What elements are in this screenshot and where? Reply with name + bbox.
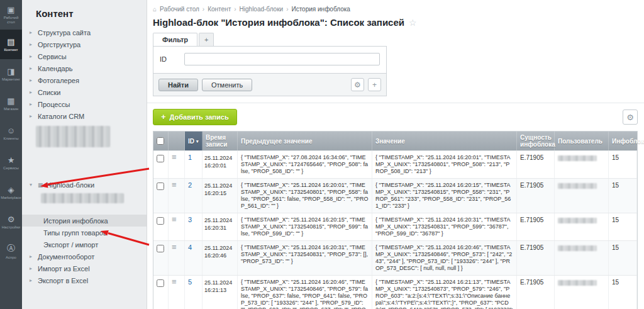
sidebar-item[interactable]: ▸Процессы xyxy=(22,98,147,110)
grid-settings-gear-icon[interactable]: ⚙ xyxy=(623,110,638,125)
sidebar-item[interactable]: ▸Каталоги CRM xyxy=(22,110,147,122)
find-button[interactable]: Найти xyxy=(158,79,198,91)
sidebar-item[interactable]: Экспорт / импорт xyxy=(22,239,147,250)
add-filter-tab[interactable]: + xyxy=(199,33,214,46)
sidebar-item[interactable]: ▸Импорт из Excel xyxy=(22,262,147,274)
sidebar-item[interactable]: Типы групп товаров xyxy=(22,227,147,239)
rail-item-settings[interactable]: ⚙Настройки xyxy=(0,207,22,237)
row-prev-value-cell: { "TIMESTAMP_X": "25.11.2024 16:20:46", … xyxy=(238,276,372,309)
records-table: ID ▾ Время записи Предыдущее значение Зн… xyxy=(153,131,638,309)
table-row: ≡125.11.202416:20:01{ "TIMESTAMP_X": "27… xyxy=(153,150,637,178)
sidebar-item[interactable]: ▸Фотогалерея xyxy=(22,74,147,86)
sidebar-item-label: Типы групп товаров xyxy=(43,229,107,237)
table-row: ≡425.11.202416:20:46{ "TIMESTAMP_X": "25… xyxy=(153,240,637,275)
rail-item-marketing[interactable]: ◨Маркетинг xyxy=(0,59,22,89)
header-value[interactable]: Значение xyxy=(372,132,517,150)
row-checkbox[interactable] xyxy=(157,217,164,225)
blurred-username xyxy=(558,218,597,223)
rail-item-aspro[interactable]: ⒶАспро xyxy=(0,237,22,266)
breadcrumb-item[interactable]: Контент xyxy=(208,6,231,13)
breadcrumb-item[interactable]: История инфоблока xyxy=(291,6,350,13)
rail-item-marketplace[interactable]: ◈Marketplace xyxy=(0,177,22,207)
filter-add-field-icon[interactable]: + xyxy=(368,78,381,91)
header-infoblock[interactable]: Инфоблок xyxy=(609,132,644,150)
record-id-link[interactable]: 3 xyxy=(188,216,192,223)
header-id[interactable]: ID ▾ xyxy=(185,132,203,150)
header-prev-value[interactable]: Предыдущее значение xyxy=(238,132,372,150)
row-id-cell: 2 xyxy=(185,179,203,213)
sidebar-item[interactable]: ▸Оргструктура xyxy=(22,38,147,50)
filter-settings-gear-icon[interactable]: ⚙ xyxy=(351,78,364,91)
row-prev-value-cell: { "TIMESTAMP_X": "25.11.2024 16:20:31", … xyxy=(238,241,372,275)
cancel-button[interactable]: Отменить xyxy=(202,79,252,91)
select-all-checkbox[interactable] xyxy=(157,137,164,145)
chevron-right-icon: ▸ xyxy=(30,278,35,283)
row-menu-icon[interactable]: ≡ xyxy=(169,213,185,240)
table-row: ≡525.11.202416:21:13{ "TIMESTAMP_X": "25… xyxy=(153,275,637,309)
row-checkbox[interactable] xyxy=(157,183,164,190)
sidebar-item-label: Экспорт / импорт xyxy=(43,241,98,249)
row-checkbox[interactable] xyxy=(157,155,164,162)
record-id-link[interactable]: 2 xyxy=(188,181,192,189)
row-checkbox[interactable] xyxy=(157,245,164,252)
chevron-right-icon: ▸ xyxy=(30,254,35,259)
row-menu-icon[interactable]: ≡ xyxy=(169,241,185,275)
blurred-username xyxy=(558,155,597,161)
filter-id-input[interactable] xyxy=(184,53,380,65)
row-menu-icon[interactable]: ≡ xyxy=(169,179,185,213)
row-menu-icon[interactable]: ≡ xyxy=(169,151,185,178)
sidebar-item-label: Календарь xyxy=(38,65,73,72)
header-user[interactable]: Пользователь xyxy=(555,132,609,150)
rail-item-services[interactable]: ★Сервисы xyxy=(0,148,22,177)
table-body: ≡125.11.202416:20:01{ "TIMESTAMP_X": "27… xyxy=(153,150,637,309)
main-area: ⌂Рабочий стол›Контент›Highload-блоки›Ист… xyxy=(147,0,644,309)
record-date: 25.11.2024 xyxy=(204,244,234,252)
breadcrumb-item[interactable]: Highload-блоки xyxy=(240,6,284,13)
favorite-star-icon[interactable]: ☆ xyxy=(409,18,417,28)
record-time: 16:20:15 xyxy=(204,189,234,197)
settings-icon: ⚙ xyxy=(8,215,15,224)
header-menu-cell xyxy=(169,132,185,150)
rail-item-desktop[interactable]: ▣Рабочий стол xyxy=(0,0,22,30)
sidebar-item[interactable]: ▸Экспорт в Excel xyxy=(22,274,147,286)
filter-tabs: Фильтр + xyxy=(153,33,387,46)
sidebar-item[interactable]: ▸Списки xyxy=(22,86,147,98)
plus-icon: + xyxy=(161,112,166,121)
add-record-button[interactable]: + Добавить запись xyxy=(153,109,237,125)
services-icon: ★ xyxy=(8,155,15,165)
sidebar-item[interactable]: ▸Структура сайта xyxy=(22,26,147,38)
row-value-cell: { "TIMESTAMP_X": "25.11.2024 16:20:46", … xyxy=(372,241,517,275)
desktop-icon: ▣ xyxy=(7,5,14,14)
header-select-cell xyxy=(153,132,169,150)
row-checkbox[interactable] xyxy=(157,279,164,287)
sidebar-item-label: Структура сайта xyxy=(38,29,91,37)
rail-item-label: Настройки xyxy=(2,225,20,230)
filter-tab[interactable]: Фильтр xyxy=(153,33,197,46)
record-date: 25.11.2024 xyxy=(204,279,234,286)
sidebar-item-label: История инфоблока xyxy=(43,217,108,225)
sidebar-item[interactable]: ▸Календарь xyxy=(22,62,147,74)
header-entity[interactable]: Сущность инфоблока xyxy=(517,132,555,150)
sidebar-item[interactable]: ▸Документооборот xyxy=(22,250,147,262)
rail-item-clients[interactable]: ☺Клиенты xyxy=(0,118,22,148)
row-menu-icon[interactable]: ≡ xyxy=(169,276,185,309)
record-id-link[interactable]: 1 xyxy=(188,154,192,161)
record-id-link[interactable]: 5 xyxy=(188,278,192,286)
rail-item-store[interactable]: ▦Магазин xyxy=(0,89,22,118)
breadcrumb-item[interactable]: Рабочий стол xyxy=(160,6,199,13)
record-id-link[interactable]: 4 xyxy=(188,244,192,251)
header-time[interactable]: Время записи xyxy=(203,132,238,150)
record-date: 25.11.2024 xyxy=(204,154,234,162)
sidebar-item[interactable]: ▸Сервисы xyxy=(22,50,147,62)
row-id-cell: 3 xyxy=(185,213,203,240)
rail-item-label: Рабочий стол xyxy=(1,16,21,25)
rail-item-label: Клиенты xyxy=(3,137,18,141)
record-time: 16:20:31 xyxy=(204,224,234,232)
sidebar-item[interactable]: История инфоблока xyxy=(22,215,147,227)
row-time-cell: 25.11.202416:20:01 xyxy=(203,151,238,178)
rail-item-content[interactable]: ▤Контент xyxy=(0,30,22,59)
sidebar-item[interactable]: ▾▦Highload-блоки xyxy=(22,179,147,191)
marketplace-icon: ◈ xyxy=(8,185,14,194)
row-id-cell: 5 xyxy=(185,276,203,309)
add-record-label: Добавить запись xyxy=(170,113,229,121)
